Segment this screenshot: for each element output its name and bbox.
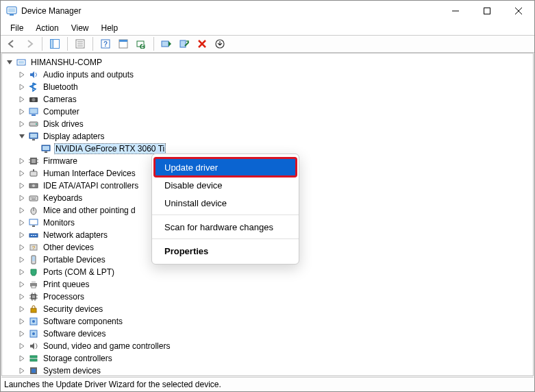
tree-node[interactable]: Processors [5,291,533,303]
svg-rect-82 [30,359,37,361]
tree-node[interactable]: Storage controllers [5,352,533,365]
tree-node[interactable]: Ports (COM & LPT) [5,266,533,278]
svg-rect-26 [32,114,36,116]
expander-icon[interactable] [17,193,27,203]
tree-node[interactable]: Cameras [5,93,533,106]
help-icon[interactable]: ? [97,36,114,51]
scan-icon[interactable] [133,36,149,51]
tree-node-label: HIMANSHU-COMP [29,58,103,67]
expander-icon[interactable] [17,304,27,314]
expander-icon[interactable] [17,107,27,117]
menu-action[interactable]: Action [30,23,64,34]
minimize-button[interactable] [440,1,471,21]
keyboard-icon [28,193,39,203]
tree-node[interactable]: Bluetooth [5,81,533,93]
tree-node-label: Human Interface Devices [42,169,137,178]
action-icon[interactable] [115,36,132,51]
disable-icon[interactable] [176,36,192,51]
show-hide-tree-button[interactable] [47,36,63,51]
enable-icon[interactable] [212,36,228,51]
expander-icon[interactable] [17,280,27,289]
tree-node[interactable]: System devices [5,365,533,376]
expander-icon[interactable] [17,218,27,228]
tree-node[interactable]: Security devices [5,303,533,315]
cm-separator [152,215,299,215]
expander-icon[interactable] [17,181,27,191]
svg-point-78 [32,320,35,323]
other-icon: ? [28,243,39,252]
svg-rect-65 [32,286,36,288]
expander-icon[interactable] [17,292,27,302]
software-icon [28,317,39,326]
tree-node[interactable]: Software devices [5,328,533,340]
expander-icon[interactable] [17,206,27,215]
maximize-button[interactable] [471,1,503,21]
menu-help[interactable]: Help [96,23,124,34]
expander-icon[interactable] [5,58,14,67]
svg-rect-36 [32,159,36,163]
expander-icon[interactable] [17,70,27,79]
back-button[interactable] [3,36,20,51]
menu-view[interactable]: View [66,23,95,34]
tree-node-label: Software devices [42,329,107,339]
tree-node[interactable]: Software components [5,315,533,328]
cm-uninstall-device[interactable]: Uninstall device [152,194,299,212]
storage-icon [28,354,39,363]
expander-icon[interactable] [17,156,27,166]
tree-node-label: Storage controllers [42,354,114,363]
tree-node[interactable]: Disk drives [5,118,533,130]
tree-node-label: Bluetooth [42,82,79,92]
properties-icon[interactable] [72,36,88,51]
tree-node[interactable]: Audio inputs and outputs [5,69,533,81]
cm-scan-hardware[interactable]: Scan for hardware changes [152,218,299,236]
expander-icon[interactable] [17,329,27,339]
status-bar: Launches the Update Driver Wizard for th… [1,377,534,391]
svg-rect-33 [42,146,49,150]
expander-icon[interactable] [17,82,27,92]
expander-icon[interactable] [17,354,27,363]
app-icon [6,5,17,16]
expander-icon[interactable] [17,317,27,326]
expander-icon[interactable] [17,366,27,376]
ide-icon [28,181,39,191]
svg-rect-76 [31,308,36,313]
expander-icon[interactable] [17,95,27,104]
expander-icon[interactable] [17,243,27,252]
svg-rect-1 [8,8,15,12]
expander-icon[interactable] [17,267,27,277]
mouse-icon [28,206,39,215]
close-button[interactable] [503,1,534,21]
expander-icon[interactable] [17,230,27,240]
expander-icon[interactable] [17,132,27,141]
update-driver-icon[interactable] [158,36,175,51]
tree-node[interactable]: Display adapters [5,130,533,143]
network-icon [28,230,39,240]
portable-icon [28,255,39,265]
tree-node[interactable]: Print queues [5,278,533,291]
tree-node[interactable]: Sound, video and game controllers [5,340,533,352]
cm-update-driver[interactable]: Update driver [155,158,296,176]
expander-icon[interactable] [17,119,27,129]
svg-point-44 [32,184,35,187]
svg-rect-67 [32,295,35,298]
expander-icon[interactable] [17,255,27,265]
forward-button[interactable] [21,36,38,51]
expander-icon[interactable] [17,341,27,351]
svg-rect-18 [162,41,169,47]
tree-node[interactable]: Computer [5,106,533,118]
svg-rect-2 [10,14,14,16]
hid-icon [28,169,39,178]
printer-icon [28,280,39,289]
camera-icon [28,95,39,104]
tree-node-label: IDE ATA/ATAPI controllers [42,181,140,191]
expander-icon[interactable] [17,169,27,178]
tree-node[interactable]: HIMANSHU-COMP [5,56,533,69]
uninstall-icon[interactable] [194,36,210,51]
software-icon [28,329,39,339]
cm-properties[interactable]: Properties [152,242,299,260]
menu-file[interactable]: File [5,23,29,34]
computer-icon [28,107,39,117]
svg-rect-84 [32,369,36,373]
tree-node-label: System devices [42,366,102,376]
cm-disable-device[interactable]: Disable device [152,176,299,194]
